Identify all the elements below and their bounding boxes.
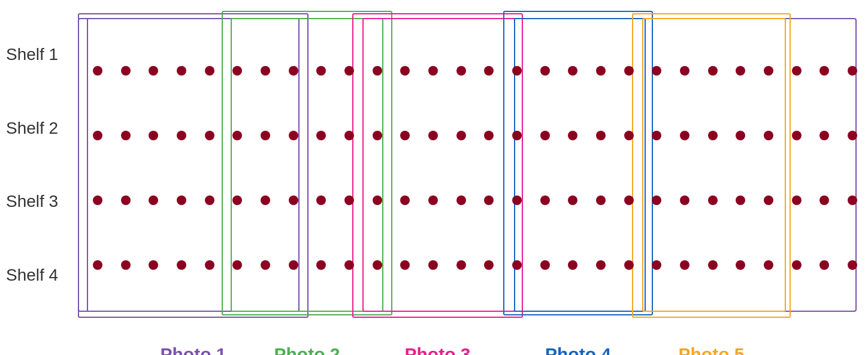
dot — [428, 260, 438, 270]
dot — [819, 260, 829, 270]
dot — [400, 195, 410, 205]
dot — [680, 260, 689, 270]
dot — [316, 131, 326, 140]
dot — [764, 260, 773, 270]
dot — [456, 260, 466, 270]
dot — [344, 131, 354, 140]
dot — [93, 131, 102, 140]
dot — [736, 131, 745, 140]
photo-label-5: Photo 5 — [632, 344, 791, 355]
dot — [624, 66, 634, 76]
dot — [177, 195, 186, 205]
dot — [400, 66, 410, 76]
dot — [232, 260, 242, 270]
dot — [848, 195, 857, 205]
dot — [93, 66, 102, 76]
dots-area — [78, 18, 857, 312]
dot — [344, 195, 354, 205]
dot — [792, 260, 802, 270]
dot — [540, 260, 550, 270]
dot — [149, 131, 158, 140]
dot — [484, 66, 494, 76]
dot — [736, 195, 745, 205]
dot — [680, 66, 689, 76]
dot — [792, 131, 802, 140]
dot — [484, 195, 494, 205]
shelf-label-1: Shelf 1 — [6, 45, 58, 64]
dot — [149, 260, 158, 270]
dot — [456, 131, 466, 140]
dot — [708, 260, 718, 270]
dot — [289, 66, 298, 76]
dot — [316, 195, 326, 205]
dot — [177, 66, 186, 76]
dot — [652, 131, 661, 140]
dot — [428, 66, 438, 76]
dot — [512, 131, 522, 140]
dot — [205, 66, 214, 76]
dot — [680, 195, 689, 205]
dot — [624, 131, 634, 140]
dot — [344, 260, 354, 270]
dot — [121, 131, 131, 140]
dot — [568, 66, 577, 76]
dot — [177, 260, 186, 270]
dot — [540, 66, 550, 76]
dot — [819, 195, 829, 205]
dot — [261, 195, 270, 205]
dot — [512, 195, 522, 205]
dot — [540, 195, 550, 205]
dot — [177, 131, 186, 140]
dot — [456, 195, 466, 205]
dot — [596, 195, 606, 205]
dot — [736, 260, 745, 270]
dot-row-3 — [78, 195, 857, 205]
dot — [205, 131, 214, 140]
dot — [373, 260, 382, 270]
dot — [93, 260, 102, 270]
dot — [232, 131, 242, 140]
dot — [232, 195, 242, 205]
dot — [316, 66, 326, 76]
dot — [764, 131, 773, 140]
dot — [708, 195, 718, 205]
dot — [624, 260, 634, 270]
dot — [232, 66, 242, 76]
shelf-label-4: Shelf 4 — [6, 266, 58, 285]
dot — [289, 131, 298, 140]
dot — [512, 66, 522, 76]
dot — [540, 131, 550, 140]
dot — [121, 195, 131, 205]
dot — [819, 66, 829, 76]
dot — [568, 260, 577, 270]
dot — [316, 260, 326, 270]
photo-label-3: Photo 3 — [352, 344, 523, 355]
dot — [848, 260, 857, 270]
dot — [624, 195, 634, 205]
dot — [568, 195, 577, 205]
dot — [652, 195, 661, 205]
dot — [344, 66, 354, 76]
dot — [428, 131, 438, 140]
dot-row-4 — [78, 260, 857, 270]
dot — [848, 131, 857, 140]
photo-label-4: Photo 4 — [503, 344, 653, 355]
main-container: Shelf 1 Shelf 2 Shelf 3 Shelf 4 Photo 1P… — [0, 0, 868, 355]
dot — [149, 195, 158, 205]
dot — [261, 131, 270, 140]
dot — [261, 66, 270, 76]
dot — [121, 66, 131, 76]
dot — [373, 66, 382, 76]
dot — [708, 131, 718, 140]
dot — [261, 260, 270, 270]
dot — [568, 131, 577, 140]
dot — [652, 66, 661, 76]
shelf-label-2: Shelf 2 — [6, 119, 58, 138]
dot — [819, 131, 829, 140]
dot — [596, 66, 606, 76]
dot — [149, 66, 158, 76]
dot — [93, 195, 102, 205]
dot — [680, 131, 689, 140]
dot — [764, 66, 773, 76]
dot — [848, 66, 857, 76]
